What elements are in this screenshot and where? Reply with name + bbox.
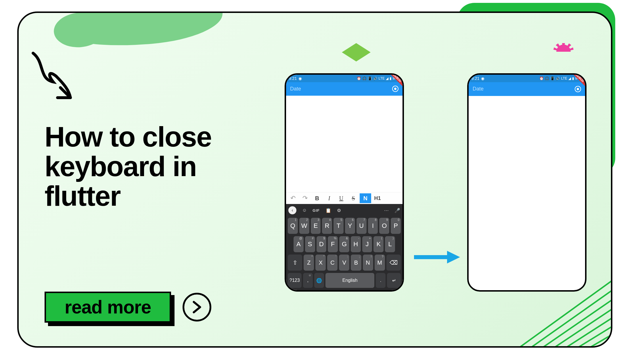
key-f[interactable]: %F (328, 236, 338, 252)
pink-sunburst-decoration (553, 42, 574, 52)
period-key[interactable]: . (376, 273, 386, 288)
key-i[interactable]: 8I (368, 218, 378, 234)
text-input-area[interactable] (469, 96, 585, 290)
app-bar-title: Date (290, 86, 301, 92)
key-m[interactable]: ?M (375, 255, 385, 271)
backspace-key[interactable]: ⌫ (386, 255, 401, 271)
mic-icon[interactable]: 🎤 (394, 208, 400, 213)
key-u[interactable]: 7U (356, 218, 367, 234)
key-c[interactable]: 'C (327, 255, 338, 271)
location-target-icon[interactable] (392, 86, 398, 92)
key-a[interactable]: @A (294, 236, 304, 252)
gif-button[interactable]: GIF (313, 208, 320, 213)
format-toolbar: ↶ ↷ B I U S N H1 (286, 192, 402, 204)
keyboard-row-1: 1Q 2W 3E 4R 5T 6Y 7U 8I 9O 0P (286, 217, 402, 235)
keyboard-suggestion-bar: ‹ ☺ GIF 📋 ⚙ ⋯ 🎤 (286, 204, 402, 217)
bold-button[interactable]: B (311, 193, 323, 203)
next-arrow-button[interactable] (183, 293, 211, 321)
app-bar-title: Date (473, 86, 484, 92)
keyboard-row-2: @A #S $D %F &G -H +J (K )L (286, 235, 402, 253)
svg-marker-14 (447, 251, 460, 263)
green-blob-decoration (60, 11, 225, 51)
key-j[interactable]: +J (362, 236, 372, 252)
status-time: 9:21 (289, 76, 297, 81)
sticker-icon[interactable]: ☺ (302, 208, 307, 213)
key-q[interactable]: 1Q (288, 218, 298, 234)
redo-button[interactable]: ↷ (299, 193, 311, 203)
more-icon[interactable]: ⋯ (384, 208, 389, 213)
key-r[interactable]: 4R (322, 218, 332, 234)
space-key[interactable]: English (325, 273, 374, 288)
key-s[interactable]: #S (305, 236, 315, 252)
key-v[interactable]: :V (339, 255, 349, 271)
comma-key[interactable]: ☺, (303, 273, 313, 288)
key-w[interactable]: 2W (299, 218, 309, 234)
key-k[interactable]: (K (373, 236, 384, 252)
shift-key[interactable]: ⇧ (288, 255, 302, 271)
transition-arrow-icon (413, 249, 461, 266)
enter-key[interactable]: ↵ (387, 273, 401, 288)
underline-button[interactable]: U (336, 193, 347, 203)
location-target-icon[interactable] (575, 86, 581, 92)
key-z[interactable]: *Z (304, 255, 314, 271)
key-h[interactable]: -H (351, 236, 361, 252)
curly-arrow-decoration (27, 50, 76, 99)
key-y[interactable]: 6Y (345, 218, 355, 234)
app-bar: Date (469, 82, 585, 96)
key-l[interactable]: )L (385, 236, 395, 252)
normal-style-button[interactable]: N (360, 193, 371, 203)
soft-keyboard: ‹ ☺ GIF 📋 ⚙ ⋯ 🎤 1Q 2W 3E 4R 5T 6Y 7U (286, 204, 402, 290)
key-g[interactable]: &G (339, 236, 349, 252)
read-more-label: read more (45, 292, 171, 323)
key-x[interactable]: "X (315, 255, 326, 271)
key-d[interactable]: $D (317, 236, 327, 252)
app-bar: Date (286, 82, 402, 96)
key-o[interactable]: 9O (379, 218, 389, 234)
status-bar: 9:21 ◉ ⏰🎧📳🔊 LTE◢ ▮84% DEBUG (469, 75, 585, 82)
key-b[interactable]: ;B (351, 255, 361, 271)
read-more-button[interactable]: read more (45, 292, 171, 323)
key-t[interactable]: 5T (334, 218, 344, 234)
italic-button[interactable]: I (323, 193, 335, 203)
article-card: How to close keyboard in flutter read mo… (17, 11, 612, 348)
keyboard-row-3: ⇧ *Z "X 'C :V ;B !N ?M ⌫ (286, 253, 402, 272)
language-key[interactable]: 🌐 (314, 273, 324, 288)
status-time: 9:21 (471, 76, 479, 81)
key-p[interactable]: 0P (391, 218, 401, 234)
bowtie-decoration (344, 43, 371, 61)
key-n[interactable]: !N (363, 255, 373, 271)
strikethrough-button[interactable]: S (348, 193, 359, 203)
key-e[interactable]: 3E (311, 218, 321, 234)
phone-mock-keyboard-closed: 9:21 ◉ ⏰🎧📳🔊 LTE◢ ▮84% DEBUG Date (467, 73, 586, 292)
status-bar: 9:21 ◉ ⏰🎧📳🔊 LTE◢ ▮84% DEBUG (286, 75, 402, 82)
keyboard-row-bottom: ?123 ☺, 🌐 English . ↵ (286, 272, 402, 289)
symbols-key[interactable]: ?123 (288, 273, 302, 288)
settings-icon[interactable]: ⚙ (337, 208, 341, 213)
clipboard-icon[interactable]: 📋 (325, 208, 331, 213)
undo-button[interactable]: ↶ (287, 193, 299, 203)
svg-line-9 (559, 300, 612, 348)
article-title: How to close keyboard in flutter (45, 122, 246, 211)
heading1-button[interactable]: H1 (372, 193, 383, 203)
text-input-area[interactable] (286, 96, 402, 192)
phone-mock-keyboard-open: 9:21 ◉ ⏰🎧📳🔊 LTE◢ ▮84% DEBUG Date ↶ ↷ B I… (285, 73, 404, 292)
keyboard-collapse-icon[interactable]: ‹ (288, 206, 296, 214)
